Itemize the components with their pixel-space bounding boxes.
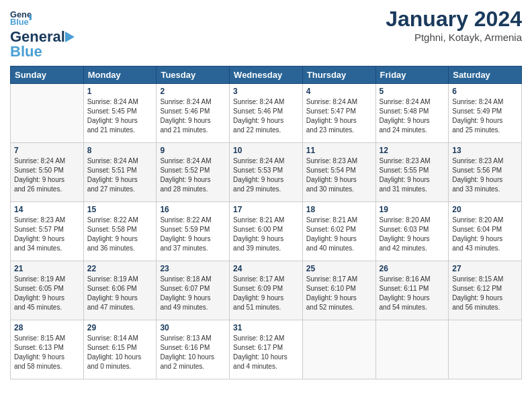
calendar-cell: 14Sunrise: 8:23 AMSunset: 5:57 PMDayligh…: [11, 202, 84, 261]
calendar-cell: 4Sunrise: 8:24 AMSunset: 5:47 PMDaylight…: [302, 84, 375, 143]
calendar-cell: 26Sunrise: 8:16 AMSunset: 6:11 PMDayligh…: [375, 261, 449, 320]
header-thursday: Thursday: [302, 66, 375, 84]
calendar-cell: [11, 84, 84, 143]
day-number: 9: [160, 146, 226, 155]
calendar-cell: 2Sunrise: 8:24 AMSunset: 5:46 PMDaylight…: [157, 84, 230, 143]
logo: General Blue General Blue: [10, 7, 77, 60]
calendar-cell: 21Sunrise: 8:19 AMSunset: 6:05 PMDayligh…: [11, 261, 84, 320]
day-info: Sunrise: 8:21 AMSunset: 6:02 PMDaylight:…: [306, 216, 372, 253]
header-friday: Friday: [375, 66, 449, 84]
calendar-cell: 3Sunrise: 8:24 AMSunset: 5:46 PMDaylight…: [230, 84, 303, 143]
calendar-cell: 6Sunrise: 8:24 AMSunset: 5:49 PMDaylight…: [449, 84, 522, 143]
calendar-cell: [375, 320, 449, 379]
day-info: Sunrise: 8:15 AMSunset: 6:12 PMDaylight:…: [452, 275, 518, 312]
calendar-cell: 24Sunrise: 8:17 AMSunset: 6:09 PMDayligh…: [230, 261, 303, 320]
day-number: 23: [160, 264, 226, 273]
svg-marker-2: [30, 14, 32, 21]
calendar-week-4: 21Sunrise: 8:19 AMSunset: 6:05 PMDayligh…: [11, 261, 522, 320]
title-block: January 2024 Ptghni, Kotayk, Armenia: [386, 7, 522, 43]
day-info: Sunrise: 8:21 AMSunset: 6:00 PMDaylight:…: [233, 216, 299, 253]
calendar-cell: 12Sunrise: 8:23 AMSunset: 5:55 PMDayligh…: [375, 143, 449, 202]
day-info: Sunrise: 8:20 AMSunset: 6:04 PMDaylight:…: [452, 216, 518, 253]
day-number: 10: [233, 146, 299, 155]
day-number: 6: [452, 87, 518, 96]
calendar-cell: 22Sunrise: 8:19 AMSunset: 6:06 PMDayligh…: [83, 261, 157, 320]
calendar-cell: [449, 320, 522, 379]
day-number: 2: [160, 87, 226, 96]
day-number: 8: [87, 146, 153, 155]
calendar-cell: 15Sunrise: 8:22 AMSunset: 5:58 PMDayligh…: [83, 202, 157, 261]
day-number: 15: [87, 205, 153, 214]
day-info: Sunrise: 8:23 AMSunset: 5:54 PMDaylight:…: [306, 156, 372, 194]
day-info: Sunrise: 8:18 AMSunset: 6:07 PMDaylight:…: [160, 275, 226, 312]
page: General Blue General Blue January 2024 P…: [0, 0, 532, 411]
calendar-cell: 27Sunrise: 8:15 AMSunset: 6:12 PMDayligh…: [449, 261, 522, 320]
day-number: 29: [87, 323, 153, 332]
calendar-cell: 17Sunrise: 8:21 AMSunset: 6:00 PMDayligh…: [230, 202, 303, 261]
svg-text:Blue: Blue: [10, 17, 29, 27]
day-number: 16: [160, 205, 226, 214]
day-number: 18: [306, 205, 372, 214]
location: Ptghni, Kotayk, Armenia: [386, 32, 522, 43]
calendar-cell: 29Sunrise: 8:14 AMSunset: 6:15 PMDayligh…: [83, 320, 157, 379]
calendar-cell: 13Sunrise: 8:23 AMSunset: 5:56 PMDayligh…: [449, 143, 522, 202]
calendar-cell: 10Sunrise: 8:24 AMSunset: 5:53 PMDayligh…: [230, 143, 303, 202]
calendar-cell: 28Sunrise: 8:15 AMSunset: 6:13 PMDayligh…: [11, 320, 84, 379]
day-number: 14: [14, 205, 80, 214]
header-tuesday: Tuesday: [157, 66, 230, 84]
day-info: Sunrise: 8:24 AMSunset: 5:47 PMDaylight:…: [306, 97, 372, 135]
calendar-cell: 8Sunrise: 8:24 AMSunset: 5:51 PMDaylight…: [83, 143, 157, 202]
logo-arrow-icon: [65, 30, 77, 44]
calendar-cell: 20Sunrise: 8:20 AMSunset: 6:04 PMDayligh…: [449, 202, 522, 261]
day-number: 22: [87, 264, 153, 273]
day-number: 21: [14, 264, 80, 273]
day-number: 24: [233, 264, 299, 273]
day-info: Sunrise: 8:15 AMSunset: 6:13 PMDaylight:…: [14, 334, 80, 371]
day-number: 31: [233, 323, 299, 332]
calendar-week-5: 28Sunrise: 8:15 AMSunset: 6:13 PMDayligh…: [11, 320, 522, 379]
calendar-cell: 1Sunrise: 8:24 AMSunset: 5:45 PMDaylight…: [83, 84, 157, 143]
header-saturday: Saturday: [449, 66, 522, 84]
calendar-cell: 9Sunrise: 8:24 AMSunset: 5:52 PMDaylight…: [157, 143, 230, 202]
day-number: 19: [380, 205, 445, 214]
calendar-cell: 16Sunrise: 8:22 AMSunset: 5:59 PMDayligh…: [157, 202, 230, 261]
day-number: 25: [306, 264, 372, 273]
calendar-week-3: 14Sunrise: 8:23 AMSunset: 5:57 PMDayligh…: [11, 202, 522, 261]
day-info: Sunrise: 8:24 AMSunset: 5:51 PMDaylight:…: [87, 156, 153, 194]
header: General Blue General Blue January 2024 P…: [10, 7, 522, 60]
day-number: 28: [14, 323, 80, 332]
day-info: Sunrise: 8:24 AMSunset: 5:46 PMDaylight:…: [160, 97, 226, 135]
day-info: Sunrise: 8:24 AMSunset: 5:52 PMDaylight:…: [160, 156, 226, 194]
day-number: 13: [452, 146, 518, 155]
day-info: Sunrise: 8:12 AMSunset: 6:17 PMDaylight:…: [233, 334, 299, 371]
day-info: Sunrise: 8:13 AMSunset: 6:16 PMDaylight:…: [160, 334, 226, 371]
calendar-week-2: 7Sunrise: 8:24 AMSunset: 5:50 PMDaylight…: [11, 143, 522, 202]
calendar-table: Sunday Monday Tuesday Wednesday Thursday…: [10, 66, 522, 379]
calendar-cell: 30Sunrise: 8:13 AMSunset: 6:16 PMDayligh…: [157, 320, 230, 379]
day-number: 20: [452, 205, 518, 214]
day-number: 11: [306, 146, 372, 155]
day-info: Sunrise: 8:20 AMSunset: 6:03 PMDaylight:…: [380, 216, 445, 253]
day-info: Sunrise: 8:24 AMSunset: 5:46 PMDaylight:…: [233, 97, 299, 135]
day-info: Sunrise: 8:22 AMSunset: 5:58 PMDaylight:…: [87, 216, 153, 253]
day-info: Sunrise: 8:19 AMSunset: 6:06 PMDaylight:…: [87, 275, 153, 312]
day-info: Sunrise: 8:17 AMSunset: 6:10 PMDaylight:…: [306, 275, 372, 312]
calendar-header-row: Sunday Monday Tuesday Wednesday Thursday…: [11, 66, 522, 84]
day-info: Sunrise: 8:23 AMSunset: 5:56 PMDaylight:…: [452, 156, 518, 194]
day-info: Sunrise: 8:22 AMSunset: 5:59 PMDaylight:…: [160, 216, 226, 253]
day-number: 27: [452, 264, 518, 273]
day-info: Sunrise: 8:17 AMSunset: 6:09 PMDaylight:…: [233, 275, 299, 312]
calendar-cell: 7Sunrise: 8:24 AMSunset: 5:50 PMDaylight…: [11, 143, 84, 202]
calendar-cell: 23Sunrise: 8:18 AMSunset: 6:07 PMDayligh…: [157, 261, 230, 320]
calendar-cell: 31Sunrise: 8:12 AMSunset: 6:17 PMDayligh…: [230, 320, 303, 379]
day-number: 12: [380, 146, 445, 155]
calendar-cell: 19Sunrise: 8:20 AMSunset: 6:03 PMDayligh…: [375, 202, 449, 261]
day-number: 4: [306, 87, 372, 96]
day-info: Sunrise: 8:19 AMSunset: 6:05 PMDaylight:…: [14, 275, 80, 312]
day-info: Sunrise: 8:24 AMSunset: 5:45 PMDaylight:…: [87, 97, 153, 135]
calendar-cell: 5Sunrise: 8:24 AMSunset: 5:48 PMDaylight…: [375, 84, 449, 143]
header-sunday: Sunday: [11, 66, 84, 84]
calendar-cell: [302, 320, 375, 379]
day-number: 26: [380, 264, 445, 273]
day-info: Sunrise: 8:16 AMSunset: 6:11 PMDaylight:…: [380, 275, 445, 312]
